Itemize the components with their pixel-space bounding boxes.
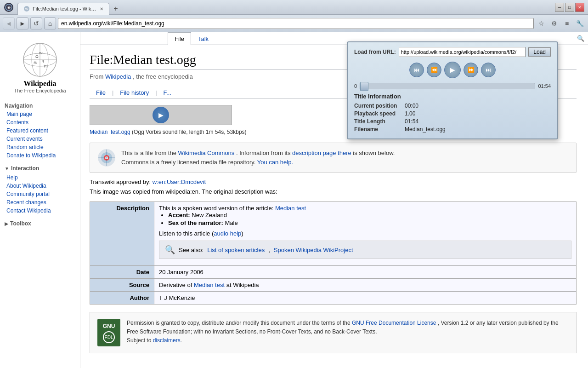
sidebar-item-contents[interactable]: Contents bbox=[0, 118, 80, 126]
sidebar-item-featured[interactable]: Featured content bbox=[0, 126, 80, 135]
sidebar-item-community[interactable]: Community portal bbox=[0, 190, 80, 198]
svg-text:W: W bbox=[39, 51, 43, 55]
file-tab-more[interactable]: F... bbox=[157, 87, 178, 98]
media-player-popup: Load from URL: Load ⏮ ⏪ ▶ ⏩ ⏭ 0 01:54 Ti… bbox=[347, 41, 558, 139]
svg-text:光: 光 bbox=[34, 61, 37, 64]
sidebar-toolbox: ▶ Toolbox bbox=[0, 218, 80, 229]
menu-icon[interactable]: ≡ bbox=[561, 18, 572, 29]
browser-tabs: W File:Median test.ogg - Wikipe ✕ + bbox=[17, 0, 555, 15]
sidebar-item-main-page[interactable]: Main page bbox=[0, 110, 80, 118]
file-link[interactable]: Median_test.ogg bbox=[90, 129, 130, 135]
sidebar-item-contact[interactable]: Contact Wikipedia bbox=[0, 207, 80, 215]
wikipedia-link[interactable]: Wikipedia bbox=[105, 73, 131, 80]
play-button-large[interactable]: ▶ bbox=[153, 107, 169, 123]
forward-button[interactable]: ► bbox=[17, 17, 28, 29]
progress-bar[interactable] bbox=[360, 83, 535, 89]
interaction-collapse[interactable]: ▼ Interaction bbox=[0, 163, 80, 173]
see-also-box: 🔍 See also: List of spoken articles , Sp… bbox=[159, 241, 571, 259]
interaction-label: Interaction bbox=[11, 165, 39, 172]
toolbox-arrow-icon: ▶ bbox=[5, 221, 8, 226]
settings-icon[interactable]: ⚙ bbox=[548, 18, 560, 29]
commons-text-3: is shown below. bbox=[353, 150, 395, 156]
load-button[interactable]: Load bbox=[528, 47, 551, 57]
play-pause-button[interactable]: ▶ bbox=[444, 62, 461, 78]
url-input[interactable] bbox=[399, 47, 526, 57]
active-tab[interactable]: W File:Median test.ogg - Wikipe ✕ bbox=[17, 3, 109, 15]
sidebar-item-random[interactable]: Random article bbox=[0, 143, 80, 151]
filename-row: Filename Median_test.ogg bbox=[354, 126, 551, 132]
audio-help-link[interactable]: audio help bbox=[214, 230, 241, 237]
subtitle-text: From bbox=[90, 73, 105, 80]
sex-val: Male bbox=[225, 219, 238, 226]
commons-text-2: . Information from its bbox=[236, 150, 292, 156]
wiki-logo: Ω W η 光 れ Wikipedia The Free Encyclopedi… bbox=[0, 37, 80, 97]
maximize-button[interactable]: □ bbox=[565, 3, 574, 12]
svg-text:GNU: GNU bbox=[103, 323, 115, 329]
magnify-icon: 🔍 bbox=[165, 245, 175, 255]
back-button[interactable]: ◄ bbox=[3, 17, 15, 29]
sidebar-item-current-events[interactable]: Current events bbox=[0, 135, 80, 143]
median-test-link[interactable]: Median test bbox=[275, 205, 306, 212]
minimize-button[interactable]: ─ bbox=[555, 3, 564, 12]
sex-item: Sex of the narrator: Male bbox=[168, 219, 571, 226]
skip-start-button[interactable]: ⏮ bbox=[409, 63, 424, 77]
playback-speed-val: 1.00 bbox=[405, 110, 415, 117]
source-at: at Wikipedia bbox=[226, 282, 259, 288]
file-tab-history[interactable]: File history bbox=[113, 87, 155, 98]
fast-forward-button[interactable]: ⏩ bbox=[464, 63, 478, 77]
listen-area: Listen to this article (audio help) bbox=[159, 230, 571, 237]
wrench-icon[interactable]: 🔧 bbox=[574, 18, 585, 29]
reload-button[interactable]: ↺ bbox=[30, 17, 42, 29]
browser-app-icon: 👁 bbox=[4, 2, 14, 12]
svg-text:👁: 👁 bbox=[7, 6, 11, 10]
sidebar-item-about[interactable]: About Wikipedia bbox=[0, 182, 80, 190]
playback-speed-label: Playback speed bbox=[354, 110, 400, 117]
tab-favicon: W bbox=[23, 6, 30, 12]
accent-item: Accent: New Zealand bbox=[168, 212, 571, 218]
you-can-help-link[interactable]: You can help. bbox=[257, 159, 293, 166]
wikimedia-commons-link[interactable]: Wikimedia Commons bbox=[178, 150, 235, 156]
dmcdevit-link[interactable]: w:en:User:Dmcdevit bbox=[153, 178, 206, 185]
url-label: Load from URL: bbox=[354, 49, 396, 55]
sidebar-interaction: ▼ Interaction Help About Wikipedia Commu… bbox=[0, 163, 80, 215]
progress-thumb[interactable] bbox=[360, 82, 368, 91]
listen-text: Listen to this article bbox=[159, 230, 210, 237]
audio-player-box[interactable]: ▶ bbox=[90, 105, 232, 125]
table-row-source: Source Derivative of Median test at Wiki… bbox=[90, 279, 577, 292]
toolbox-label: Toolbox bbox=[10, 220, 31, 227]
tab-file[interactable]: File bbox=[168, 32, 191, 45]
address-bar[interactable] bbox=[58, 18, 534, 29]
source-link[interactable]: Median test bbox=[194, 282, 225, 288]
gnu-fdl-link[interactable]: GNU Free Documentation License bbox=[352, 320, 436, 326]
home-button[interactable]: ⌂ bbox=[44, 17, 56, 29]
toolbox-collapse[interactable]: ▶ Toolbox bbox=[0, 218, 80, 229]
license-text-1: Permission is granted to copy, distribut… bbox=[127, 320, 351, 326]
close-button[interactable]: ✕ bbox=[575, 3, 584, 12]
skip-end-button[interactable]: ⏭ bbox=[481, 63, 496, 77]
tab-close-icon[interactable]: ✕ bbox=[100, 6, 103, 12]
audio-help-parens: (audio help) bbox=[212, 230, 243, 237]
rewind-button[interactable]: ⏪ bbox=[427, 63, 441, 77]
filename-val: Median_test.ogg bbox=[405, 126, 446, 132]
source-text: Derivative of bbox=[159, 282, 192, 288]
info-table: Description This is a spoken word versio… bbox=[90, 201, 577, 305]
spoken-articles-link[interactable]: List of spoken articles bbox=[207, 247, 265, 253]
sidebar-item-help[interactable]: Help bbox=[0, 173, 80, 182]
transwiki-text: Transwiki approved by: bbox=[90, 178, 153, 185]
commons-notice: This is a file from the Wikimedia Common… bbox=[90, 143, 577, 173]
disclaimers-link[interactable]: disclaimers bbox=[153, 337, 181, 344]
tab-talk[interactable]: Talk bbox=[191, 32, 215, 45]
time-start: 0 bbox=[354, 83, 357, 89]
table-row-author: Author T J McKenzie bbox=[90, 292, 577, 305]
file-tab-file[interactable]: File bbox=[90, 87, 112, 98]
browser-titlebar: 👁 W File:Median test.ogg - Wikipe ✕ + ─ … bbox=[0, 0, 588, 15]
bookmark-star-icon[interactable]: ☆ bbox=[536, 18, 547, 29]
sidebar-item-donate[interactable]: Donate to Wikipedia bbox=[0, 151, 80, 160]
period: . bbox=[181, 337, 182, 344]
spoken-wiki-link[interactable]: Spoken Wikipedia WikiProject bbox=[274, 247, 353, 253]
description-page-link[interactable]: description page there bbox=[292, 150, 351, 156]
sidebar-item-recent[interactable]: Recent changes bbox=[0, 198, 80, 207]
new-tab-button[interactable]: + bbox=[109, 3, 122, 15]
tab-title: File:Median test.ogg - Wikipe bbox=[33, 6, 97, 12]
search-icon[interactable]: 🔍 bbox=[573, 32, 588, 45]
